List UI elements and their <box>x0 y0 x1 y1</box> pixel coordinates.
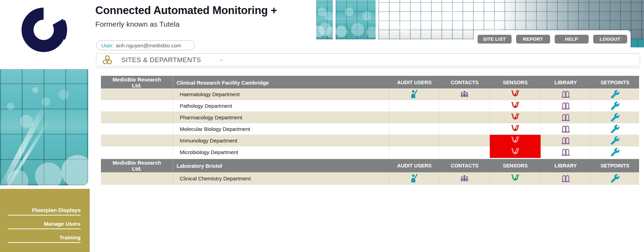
wrench-icon[interactable] <box>610 147 620 157</box>
site-header-row: MedixBio Research Ltd. Clinical Research… <box>101 76 639 88</box>
person-pencil-icon[interactable] <box>410 89 419 99</box>
wrench-icon[interactable] <box>610 124 620 134</box>
cam-ring-logo-icon <box>16 2 72 58</box>
open-book-icon[interactable] <box>561 89 570 99</box>
sites-departments-table: MedixBio Research Ltd. Clinical Research… <box>101 76 639 185</box>
wrench-icon[interactable] <box>610 113 620 122</box>
column-header-library: LIBRARY <box>541 159 591 173</box>
site-name: MedixBio Research Ltd. <box>101 159 173 173</box>
sites-departments-section-header: SITES & DEPARTMENTS - <box>96 53 640 66</box>
open-book-icon[interactable] <box>561 174 570 183</box>
sensor-probe-icon[interactable] <box>511 101 520 111</box>
department-name: Pathology Department <box>173 100 389 112</box>
app-logo <box>16 2 72 58</box>
wrench-icon[interactable] <box>610 89 620 99</box>
column-header-sensors: SENSORS <box>490 76 541 89</box>
banner-image-left <box>316 0 333 39</box>
wrench-icon[interactable] <box>610 101 620 111</box>
department-name: Immunology Department <box>173 135 389 146</box>
site-name: MedixBio Research Ltd. <box>101 76 173 89</box>
column-header-setpoints: SETPOINTS <box>591 76 639 89</box>
open-book-icon[interactable] <box>561 101 570 111</box>
table-row: Haematology Department <box>101 88 639 100</box>
sensor-alarm-cell <box>490 146 541 158</box>
logout-button[interactable]: LOGOUT <box>593 35 627 44</box>
top-nav-buttons: SITE LIST REPORT HELP LOGOUT <box>474 35 631 44</box>
sensor-probe-icon[interactable] <box>511 89 520 99</box>
people-group-icon[interactable] <box>460 174 469 183</box>
table-row: Pathology Department <box>101 100 639 112</box>
department-name: Clinical Chemistry Department <box>173 172 389 185</box>
column-header-audit-users: AUDIT USERS <box>389 76 439 89</box>
table-row: Clinical Chemistry Department <box>101 172 639 185</box>
sensor-probe-icon[interactable] <box>511 147 520 157</box>
site-list-button[interactable]: SITE LIST <box>478 35 512 44</box>
banner-image-edge <box>631 39 644 47</box>
sidebar-nav: Floorplan Displays Manage Users Training <box>0 189 90 252</box>
sidebar-link-training[interactable]: Training <box>8 234 81 243</box>
sensor-probe-icon[interactable] <box>511 136 520 145</box>
section-collapse-toggle[interactable]: - <box>220 56 222 64</box>
department-name: Haematology Department <box>173 88 389 100</box>
report-button[interactable]: REPORT <box>516 35 550 44</box>
user-label: User: <box>101 42 114 48</box>
sidebar-link-manage-users[interactable]: Manage Users <box>8 221 81 229</box>
sensor-alarm-cell <box>490 135 541 146</box>
light-streak <box>0 103 48 185</box>
help-button[interactable]: HELP <box>555 35 589 44</box>
people-group-icon[interactable] <box>460 89 469 99</box>
department-name: Pharmacology Department <box>173 112 389 123</box>
site-header-row: MedixBio Research Ltd. Laboratory Bristo… <box>101 159 639 172</box>
sidebar-link-floorplan-displays[interactable]: Floorplan Displays <box>8 207 81 215</box>
column-header-library: LIBRARY <box>541 76 591 89</box>
section-title: SITES & DEPARTMENTS <box>121 56 201 64</box>
column-header-audit-users: AUDIT USERS <box>389 159 439 173</box>
department-name: Molecular Biology Department <box>173 123 389 135</box>
facility-name: Laboratory Bristol <box>173 159 389 173</box>
table-row: Microbiology Department <box>101 146 639 158</box>
open-book-icon[interactable] <box>561 136 570 145</box>
page-subtitle: Formerly known as Tutela <box>95 20 179 28</box>
open-book-icon[interactable] <box>561 147 570 157</box>
department-name: Microbiology Department <box>173 146 389 158</box>
column-header-setpoints: SETPOINTS <box>591 159 639 173</box>
column-header-contacts: CONTACTS <box>439 76 490 89</box>
table-row: Pharmacology Department <box>101 112 639 123</box>
open-book-icon[interactable] <box>561 124 570 134</box>
sensor-probe-icon[interactable] <box>511 124 520 134</box>
open-book-icon[interactable] <box>561 113 570 122</box>
column-header-sensors: SENSORS <box>490 159 541 173</box>
top-nav-strip: SITE LIST REPORT HELP LOGOUT <box>474 30 631 48</box>
person-pencil-icon[interactable] <box>410 174 419 183</box>
page-title: Connected Automated Monitoring + <box>95 4 277 17</box>
user-email: anh.nguyen@medixbio.com <box>116 42 181 48</box>
content-panel-divider <box>96 68 640 68</box>
sensor-probe-icon[interactable] <box>511 174 520 183</box>
molecule-icon <box>103 55 112 65</box>
banner-image-middle <box>336 0 376 39</box>
wrench-icon[interactable] <box>610 174 620 183</box>
facility-name: Clinical Research Facility Cambridge <box>173 76 389 89</box>
table-row: Molecular Biology Department <box>101 123 639 135</box>
wrench-icon[interactable] <box>610 136 620 145</box>
table-row: Immunology Department <box>101 135 639 146</box>
column-header-contacts: CONTACTS <box>439 159 490 173</box>
logged-in-user-box: User: anh.nguyen@medixbio.com <box>96 40 195 50</box>
sidebar-decorative-image <box>0 69 88 185</box>
sensor-probe-icon[interactable] <box>511 113 520 122</box>
